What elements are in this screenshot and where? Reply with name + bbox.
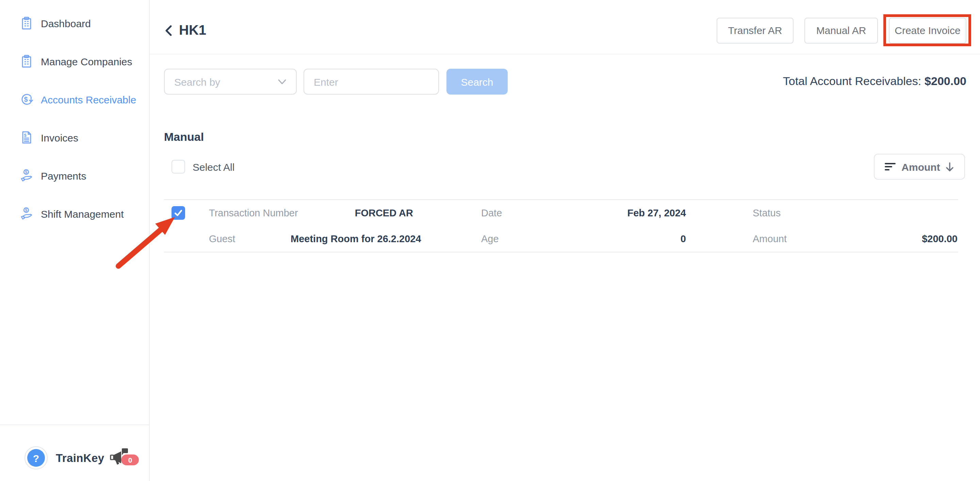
- sidebar-item-label: Dashboard: [41, 17, 91, 29]
- transaction-number-label: Transaction Number: [209, 208, 291, 218]
- search-by-select[interactable]: Search by: [164, 69, 297, 95]
- select-all-checkbox[interactable]: [172, 160, 185, 173]
- sort-amount-label: Amount: [901, 161, 940, 173]
- brand-logo: TrainKey: [56, 451, 105, 464]
- total-receivables-value: $200.00: [924, 75, 966, 88]
- amount-value: $200.00: [821, 233, 958, 244]
- status-label: Status: [753, 208, 821, 218]
- help-button[interactable]: ?: [24, 446, 48, 470]
- sidebar-item-label: Invoices: [41, 132, 78, 143]
- sidebar-item-invoices[interactable]: $ Invoices: [0, 118, 149, 157]
- sidebar-item-accounts-receivable[interactable]: $ Accounts Receivable: [0, 80, 149, 118]
- sidebar-item-label: Manage Companies: [41, 56, 132, 67]
- search-input[interactable]: [304, 69, 439, 95]
- sidebar-item-payments[interactable]: $ Payments: [0, 157, 149, 195]
- search-by-placeholder: Search by: [174, 76, 220, 87]
- app-window: Dashboard Manage Companies: [0, 0, 980, 481]
- hand-coin-icon: $: [19, 206, 34, 221]
- building-icon: [19, 54, 34, 69]
- check-icon: [173, 209, 183, 217]
- chevron-down-icon: [278, 79, 286, 85]
- manual-ar-button[interactable]: Manual AR: [804, 17, 878, 43]
- sort-lines-icon: [885, 162, 896, 171]
- page-header: HK1 Transfer AR Manual AR Create Invoice: [164, 0, 966, 54]
- question-icon: ?: [27, 449, 45, 467]
- page-title: HK1: [179, 22, 206, 38]
- svg-text:$: $: [24, 95, 27, 103]
- chevron-left-icon: [164, 24, 173, 37]
- svg-text:$: $: [25, 208, 27, 213]
- building-icon: [19, 16, 34, 31]
- row-checkbox[interactable]: [172, 206, 185, 220]
- transaction-row: Transaction Number FORCED AR Date Feb 27…: [164, 199, 958, 252]
- dollar-circle-icon: $: [19, 92, 34, 107]
- hand-coin-icon: $: [19, 168, 34, 183]
- guest-value: Meeting Room for 26.2.2024: [291, 233, 413, 244]
- main-panel: HK1 Transfer AR Manual AR Create Invoice…: [150, 0, 980, 481]
- invoice-icon: $: [19, 130, 34, 145]
- date-value: Feb 27, 2024: [549, 208, 686, 218]
- sidebar-item-dashboard[interactable]: Dashboard: [0, 4, 149, 42]
- sidebar: Dashboard Manage Companies: [0, 0, 150, 481]
- sidebar-item-label: Accounts Receivable: [41, 94, 136, 105]
- arrow-down-icon: [946, 162, 955, 172]
- search-button[interactable]: Search: [447, 69, 508, 95]
- back-button[interactable]: [164, 24, 173, 37]
- search-bar: Search by Search Total Account Receivabl…: [164, 69, 966, 95]
- sidebar-item-shift-management[interactable]: $ Shift Management: [0, 195, 149, 233]
- sidebar-item-manage-companies[interactable]: Manage Companies: [0, 42, 149, 80]
- age-label: Age: [481, 233, 549, 244]
- row-checkbox-cell: [164, 206, 209, 220]
- svg-text:$: $: [24, 133, 27, 138]
- sidebar-item-label: Payments: [41, 170, 86, 181]
- svg-text:$: $: [25, 170, 27, 175]
- sidebar-item-label: Shift Management: [41, 208, 124, 219]
- total-receivables: Total Account Receivables:$200.00: [783, 75, 966, 89]
- guest-label: Guest: [209, 233, 291, 244]
- create-invoice-button[interactable]: Create Invoice: [889, 17, 966, 43]
- sort-amount-button[interactable]: Amount: [874, 154, 965, 179]
- sidebar-nav: Dashboard Manage Companies: [0, 0, 149, 233]
- amount-label: Amount: [753, 233, 821, 244]
- announcements-button[interactable]: 0: [109, 448, 139, 468]
- date-label: Date: [481, 208, 549, 218]
- sidebar-footer: ? TrainKey 0: [0, 424, 149, 481]
- transfer-ar-button[interactable]: Transfer AR: [717, 17, 794, 43]
- total-receivables-label: Total Account Receivables:: [783, 75, 921, 88]
- age-value: 0: [549, 233, 686, 244]
- transaction-number-value: FORCED AR: [291, 208, 413, 218]
- notification-badge: 0: [121, 454, 139, 465]
- select-all-row: Select All: [172, 154, 234, 179]
- section-title: Manual: [164, 131, 204, 144]
- select-all-label: Select All: [192, 161, 234, 173]
